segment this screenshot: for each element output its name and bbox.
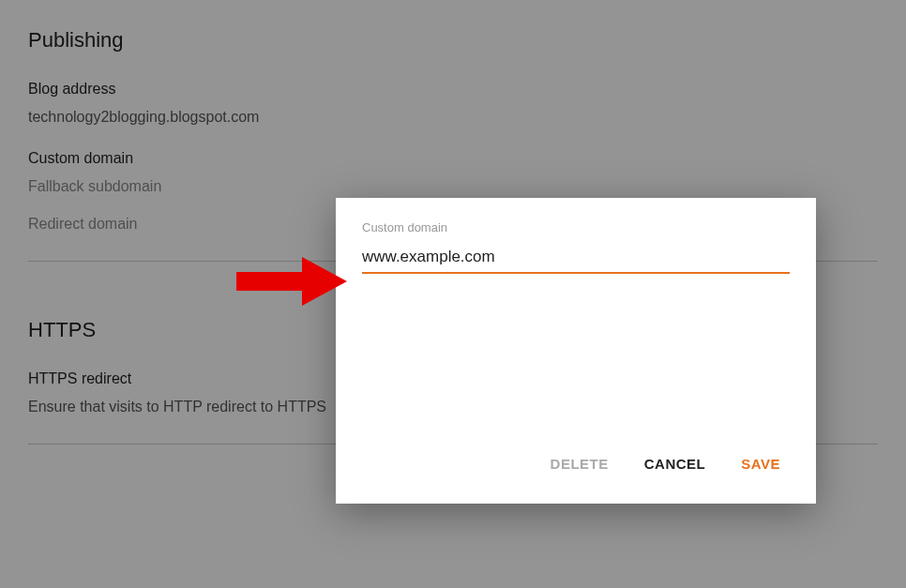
custom-domain-field-label: Custom domain xyxy=(362,220,790,234)
custom-domain-input[interactable] xyxy=(362,244,790,274)
cancel-button[interactable]: CANCEL xyxy=(641,448,710,479)
delete-button[interactable]: DELETE xyxy=(547,448,612,479)
dialog-button-row: DELETE CANCEL SAVE xyxy=(362,448,790,487)
save-button[interactable]: SAVE xyxy=(737,448,784,479)
custom-domain-dialog: Custom domain DELETE CANCEL SAVE xyxy=(336,198,816,504)
